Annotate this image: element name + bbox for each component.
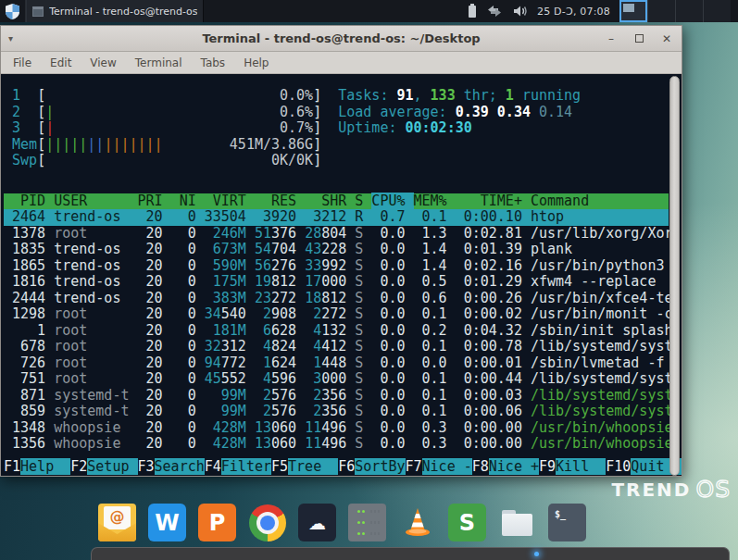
process-row-2464[interactable]: 2464 trend-os 20 0 33504 3920 3212 R 0.7… [4, 209, 669, 226]
fkey-label-setup[interactable]: Setup [87, 458, 137, 475]
process-row-751[interactable]: 751 root 20 0 45552 4596 3000 S 0.0 0.1 … [4, 371, 669, 388]
menu-bar: FileEditViewTerminalTabsHelp [1, 52, 682, 74]
fkey-label-sortby[interactable]: SortBy [355, 458, 405, 475]
wallpaper-brand-logo: TREND OS [611, 476, 731, 503]
chrome-icon[interactable] [248, 504, 286, 541]
server-manager-icon[interactable] [348, 504, 386, 541]
process-row-1298[interactable]: 1298 root 20 0 34540 2908 2272 S 0.0 0.1… [4, 306, 669, 323]
logo-trend-text: TREND [611, 479, 691, 501]
htop-screen: 1 [ 0.0%] Tasks: 91, 133 thr; 1 running … [2, 75, 669, 475]
fkey-f5[interactable]: F5 [271, 458, 288, 475]
clock[interactable]: 25 D-Ɔ, 07:08 [537, 6, 610, 18]
menu-tabs[interactable]: Tabs [193, 54, 234, 72]
process-row-1835[interactable]: 1835 trend-os 20 0 673M 54704 43228 S 0.… [4, 242, 669, 258]
fkey-label-tree[interactable]: Tree [288, 458, 338, 475]
terminal-window-icon [32, 6, 44, 17]
fkey-f2[interactable]: F2 [70, 458, 87, 475]
shield-icon [6, 4, 19, 19]
fkey-label-filter[interactable]: Filter [221, 458, 271, 475]
applications-menu-button[interactable] [0, 0, 25, 22]
process-row-1865[interactable]: 1865 trend-os 20 0 590M 56276 33992 S 0.… [4, 258, 669, 275]
fkey-f3[interactable]: F3 [138, 458, 155, 475]
process-row-1348[interactable]: 1348 whoopsie 20 0 428M 13060 11496 S 0.… [4, 420, 669, 437]
menu-help[interactable]: Help [235, 54, 277, 72]
fkey-f4[interactable]: F4 [205, 458, 221, 475]
process-row-871[interactable]: 871 systemd-t 20 0 99M 2576 2356 S 0.0 0… [4, 388, 669, 404]
wps-writer-icon[interactable]: W [148, 504, 186, 541]
fkey-f8[interactable]: F8 [472, 458, 489, 475]
close-button[interactable]: ✕ [659, 31, 674, 46]
process-row-726[interactable]: 726 root 20 0 94772 1624 1448 S 0.0 0.0 … [4, 355, 669, 372]
running-app-indicator [534, 552, 539, 556]
battery-icon[interactable] [469, 6, 476, 18]
cpu-meter-3: 3 [| 0.7%] Uptime: 00:02:30 [4, 120, 669, 137]
fkey-label-nice[interactable]: Nice + [489, 458, 539, 475]
taskbar-window-label: Terminal - trend-os@trend-os: ~... [49, 6, 197, 18]
maximize-button[interactable] [632, 31, 646, 46]
sort-column-header[interactable]: CPU% [371, 193, 413, 209]
window-title: Terminal - trend-os@trend-os: ~/Desktop [1, 31, 682, 45]
process-row-1[interactable]: 1 root 20 0 181M 6628 4132 S 0.0 0.2 0:0… [4, 323, 669, 340]
process-row-1356[interactable]: 1356 whoopsie 20 0 428M 13060 11496 S 0.… [4, 436, 669, 453]
fkey-label-help[interactable]: Help [20, 458, 70, 475]
dock: @WP☁S$_ [98, 504, 586, 541]
menu-view[interactable]: View [81, 54, 124, 72]
dock-shelf [91, 547, 730, 560]
fkey-label-nice[interactable]: Nice - [422, 458, 472, 475]
fkey-f7[interactable]: F7 [406, 458, 422, 475]
process-table-header[interactable]: PID USER PRI NI VIRT RES SHR S CPU% MEM%… [4, 193, 669, 210]
menu-terminal[interactable]: Terminal [127, 54, 191, 72]
volume-icon[interactable] [513, 5, 528, 18]
workspace-3[interactable] [675, 0, 703, 22]
fkey-f6[interactable]: F6 [338, 458, 355, 475]
process-row-678[interactable]: 678 root 20 0 32312 4824 4412 S 0.0 0.1 … [4, 339, 669, 355]
process-row-2444[interactable]: 2444 trend-os 20 0 383M 23272 18812 S 0.… [4, 291, 669, 307]
menu-file[interactable]: File [5, 54, 40, 72]
owncloud-icon[interactable]: ☁ [298, 504, 336, 541]
minimize-button[interactable]: – [604, 31, 619, 46]
terminal-launcher-icon[interactable]: $_ [548, 504, 586, 541]
fkey-f10[interactable]: F10 [606, 458, 631, 475]
function-key-bar: F1Help F2Setup F3SearchF4FilterF5Tree F6… [4, 459, 669, 476]
wps-presentation-icon[interactable]: P [198, 504, 236, 541]
process-row-1378[interactable]: 1378 root 20 0 246M 51376 28804 S 0.0 1.… [4, 226, 669, 243]
workspace-4[interactable] [703, 0, 731, 22]
top-panel: Terminal - trend-os@trend-os: ~... 25 D-… [0, 0, 738, 22]
workspace-2[interactable] [647, 0, 675, 22]
window-titlebar[interactable]: ▾ Terminal - trend-os@trend-os: ~/Deskto… [1, 26, 682, 52]
terminal-scrollbar[interactable] [669, 76, 680, 476]
wps-spreadsheets-icon[interactable]: S [448, 504, 486, 541]
fkey-f1[interactable]: F1 [4, 458, 20, 475]
vlc-icon[interactable] [398, 504, 436, 541]
workspace-1[interactable] [619, 0, 647, 22]
process-row-1816[interactable]: 1816 trend-os 20 0 175M 19812 17000 S 0.… [4, 274, 669, 291]
fkey-label-kill[interactable]: Kill [556, 458, 606, 475]
menu-edit[interactable]: Edit [42, 54, 80, 72]
mail-client-icon[interactable]: @ [98, 504, 136, 541]
cpu-meter-2: 2 [| 0.6%] Load average: 0.39 0.34 0.14 [4, 105, 669, 121]
file-manager-icon[interactable] [498, 504, 536, 541]
logo-os-text: OS [695, 476, 731, 503]
taskbar-window-button[interactable]: Terminal - trend-os@trend-os: ~... [26, 0, 204, 22]
terminal-window: ▾ Terminal - trend-os@trend-os: ~/Deskto… [0, 25, 682, 477]
fkey-label-search[interactable]: Search [155, 458, 205, 475]
workspace-pager [619, 0, 731, 22]
network-arrows-icon[interactable] [485, 5, 504, 18]
cpu-meter-1: 1 [ 0.0%] Tasks: 91, 133 thr; 1 running [4, 88, 669, 105]
fkey-f9[interactable]: F9 [539, 458, 556, 475]
swp-meter: Swp[ 0K/0K] [4, 153, 669, 169]
process-row-859[interactable]: 859 systemd-t 20 0 99M 2576 2356 S 0.0 0… [4, 404, 669, 420]
mem-meter: Mem[|||||||||||||| 451M/3.86G] [4, 137, 669, 154]
restore-icon [635, 34, 644, 43]
